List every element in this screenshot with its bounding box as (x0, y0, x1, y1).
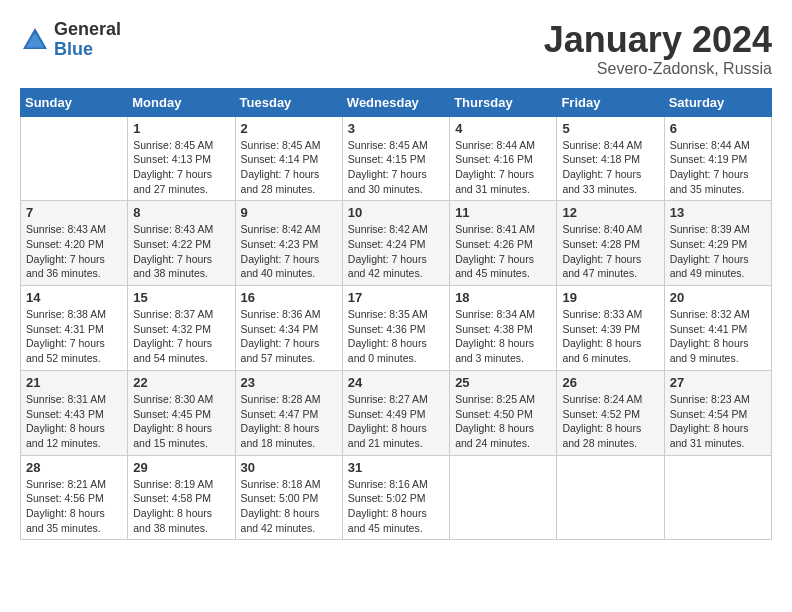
calendar-cell: 22Sunrise: 8:30 AMSunset: 4:45 PMDayligh… (128, 370, 235, 455)
day-info: Sunrise: 8:23 AMSunset: 4:54 PMDaylight:… (670, 392, 766, 451)
day-number: 9 (241, 205, 337, 220)
day-info: Sunrise: 8:42 AMSunset: 4:23 PMDaylight:… (241, 222, 337, 281)
day-number: 14 (26, 290, 122, 305)
day-number: 21 (26, 375, 122, 390)
day-info: Sunrise: 8:45 AMSunset: 4:15 PMDaylight:… (348, 138, 444, 197)
day-info: Sunrise: 8:40 AMSunset: 4:28 PMDaylight:… (562, 222, 658, 281)
day-number: 28 (26, 460, 122, 475)
day-number: 17 (348, 290, 444, 305)
day-number: 4 (455, 121, 551, 136)
calendar-cell: 2Sunrise: 8:45 AMSunset: 4:14 PMDaylight… (235, 116, 342, 201)
calendar-header-row: SundayMondayTuesdayWednesdayThursdayFrid… (21, 88, 772, 116)
day-info: Sunrise: 8:45 AMSunset: 4:13 PMDaylight:… (133, 138, 229, 197)
day-info: Sunrise: 8:28 AMSunset: 4:47 PMDaylight:… (241, 392, 337, 451)
day-number: 20 (670, 290, 766, 305)
day-number: 31 (348, 460, 444, 475)
day-number: 8 (133, 205, 229, 220)
day-number: 22 (133, 375, 229, 390)
calendar-cell: 3Sunrise: 8:45 AMSunset: 4:15 PMDaylight… (342, 116, 449, 201)
day-info: Sunrise: 8:38 AMSunset: 4:31 PMDaylight:… (26, 307, 122, 366)
calendar-week-row: 7Sunrise: 8:43 AMSunset: 4:20 PMDaylight… (21, 201, 772, 286)
calendar-week-row: 21Sunrise: 8:31 AMSunset: 4:43 PMDayligh… (21, 370, 772, 455)
day-info: Sunrise: 8:33 AMSunset: 4:39 PMDaylight:… (562, 307, 658, 366)
logo-text: General Blue (54, 20, 121, 60)
calendar-cell (21, 116, 128, 201)
day-number: 13 (670, 205, 766, 220)
day-info: Sunrise: 8:30 AMSunset: 4:45 PMDaylight:… (133, 392, 229, 451)
day-info: Sunrise: 8:44 AMSunset: 4:19 PMDaylight:… (670, 138, 766, 197)
day-number: 29 (133, 460, 229, 475)
calendar-cell: 12Sunrise: 8:40 AMSunset: 4:28 PMDayligh… (557, 201, 664, 286)
day-info: Sunrise: 8:43 AMSunset: 4:20 PMDaylight:… (26, 222, 122, 281)
calendar-cell: 18Sunrise: 8:34 AMSunset: 4:38 PMDayligh… (450, 286, 557, 371)
location: Severo-Zadonsk, Russia (544, 60, 772, 78)
weekday-header: Thursday (450, 88, 557, 116)
calendar-cell: 31Sunrise: 8:16 AMSunset: 5:02 PMDayligh… (342, 455, 449, 540)
day-info: Sunrise: 8:27 AMSunset: 4:49 PMDaylight:… (348, 392, 444, 451)
day-info: Sunrise: 8:32 AMSunset: 4:41 PMDaylight:… (670, 307, 766, 366)
logo-general-text: General (54, 20, 121, 40)
day-info: Sunrise: 8:39 AMSunset: 4:29 PMDaylight:… (670, 222, 766, 281)
logo: General Blue (20, 20, 121, 60)
day-number: 24 (348, 375, 444, 390)
calendar-cell: 17Sunrise: 8:35 AMSunset: 4:36 PMDayligh… (342, 286, 449, 371)
logo-blue-text: Blue (54, 40, 121, 60)
day-number: 30 (241, 460, 337, 475)
day-number: 6 (670, 121, 766, 136)
day-info: Sunrise: 8:19 AMSunset: 4:58 PMDaylight:… (133, 477, 229, 536)
day-number: 11 (455, 205, 551, 220)
calendar-cell: 15Sunrise: 8:37 AMSunset: 4:32 PMDayligh… (128, 286, 235, 371)
calendar-cell: 23Sunrise: 8:28 AMSunset: 4:47 PMDayligh… (235, 370, 342, 455)
day-number: 1 (133, 121, 229, 136)
day-info: Sunrise: 8:37 AMSunset: 4:32 PMDaylight:… (133, 307, 229, 366)
calendar-cell: 5Sunrise: 8:44 AMSunset: 4:18 PMDaylight… (557, 116, 664, 201)
calendar-cell: 27Sunrise: 8:23 AMSunset: 4:54 PMDayligh… (664, 370, 771, 455)
calendar-cell: 9Sunrise: 8:42 AMSunset: 4:23 PMDaylight… (235, 201, 342, 286)
calendar-cell: 10Sunrise: 8:42 AMSunset: 4:24 PMDayligh… (342, 201, 449, 286)
calendar-week-row: 14Sunrise: 8:38 AMSunset: 4:31 PMDayligh… (21, 286, 772, 371)
day-number: 23 (241, 375, 337, 390)
calendar-cell: 14Sunrise: 8:38 AMSunset: 4:31 PMDayligh… (21, 286, 128, 371)
day-info: Sunrise: 8:25 AMSunset: 4:50 PMDaylight:… (455, 392, 551, 451)
day-number: 18 (455, 290, 551, 305)
calendar-cell: 20Sunrise: 8:32 AMSunset: 4:41 PMDayligh… (664, 286, 771, 371)
calendar-cell (450, 455, 557, 540)
weekday-header: Monday (128, 88, 235, 116)
calendar-cell: 30Sunrise: 8:18 AMSunset: 5:00 PMDayligh… (235, 455, 342, 540)
title-block: January 2024 Severo-Zadonsk, Russia (544, 20, 772, 78)
calendar-cell: 13Sunrise: 8:39 AMSunset: 4:29 PMDayligh… (664, 201, 771, 286)
day-number: 19 (562, 290, 658, 305)
weekday-header: Tuesday (235, 88, 342, 116)
day-info: Sunrise: 8:42 AMSunset: 4:24 PMDaylight:… (348, 222, 444, 281)
calendar-cell: 1Sunrise: 8:45 AMSunset: 4:13 PMDaylight… (128, 116, 235, 201)
calendar-cell: 28Sunrise: 8:21 AMSunset: 4:56 PMDayligh… (21, 455, 128, 540)
day-info: Sunrise: 8:31 AMSunset: 4:43 PMDaylight:… (26, 392, 122, 451)
logo-icon (20, 25, 50, 55)
day-info: Sunrise: 8:43 AMSunset: 4:22 PMDaylight:… (133, 222, 229, 281)
calendar-table: SundayMondayTuesdayWednesdayThursdayFrid… (20, 88, 772, 541)
calendar-cell: 6Sunrise: 8:44 AMSunset: 4:19 PMDaylight… (664, 116, 771, 201)
day-info: Sunrise: 8:36 AMSunset: 4:34 PMDaylight:… (241, 307, 337, 366)
calendar-cell: 19Sunrise: 8:33 AMSunset: 4:39 PMDayligh… (557, 286, 664, 371)
day-number: 15 (133, 290, 229, 305)
day-number: 5 (562, 121, 658, 136)
month-year: January 2024 (544, 20, 772, 60)
calendar-cell: 26Sunrise: 8:24 AMSunset: 4:52 PMDayligh… (557, 370, 664, 455)
day-info: Sunrise: 8:35 AMSunset: 4:36 PMDaylight:… (348, 307, 444, 366)
day-number: 25 (455, 375, 551, 390)
calendar-cell: 4Sunrise: 8:44 AMSunset: 4:16 PMDaylight… (450, 116, 557, 201)
day-info: Sunrise: 8:44 AMSunset: 4:16 PMDaylight:… (455, 138, 551, 197)
day-info: Sunrise: 8:18 AMSunset: 5:00 PMDaylight:… (241, 477, 337, 536)
calendar-cell (664, 455, 771, 540)
weekday-header: Saturday (664, 88, 771, 116)
day-number: 10 (348, 205, 444, 220)
day-info: Sunrise: 8:34 AMSunset: 4:38 PMDaylight:… (455, 307, 551, 366)
day-info: Sunrise: 8:41 AMSunset: 4:26 PMDaylight:… (455, 222, 551, 281)
calendar-cell (557, 455, 664, 540)
calendar-cell: 7Sunrise: 8:43 AMSunset: 4:20 PMDaylight… (21, 201, 128, 286)
calendar-cell: 25Sunrise: 8:25 AMSunset: 4:50 PMDayligh… (450, 370, 557, 455)
calendar-week-row: 1Sunrise: 8:45 AMSunset: 4:13 PMDaylight… (21, 116, 772, 201)
calendar-week-row: 28Sunrise: 8:21 AMSunset: 4:56 PMDayligh… (21, 455, 772, 540)
weekday-header: Wednesday (342, 88, 449, 116)
day-number: 16 (241, 290, 337, 305)
